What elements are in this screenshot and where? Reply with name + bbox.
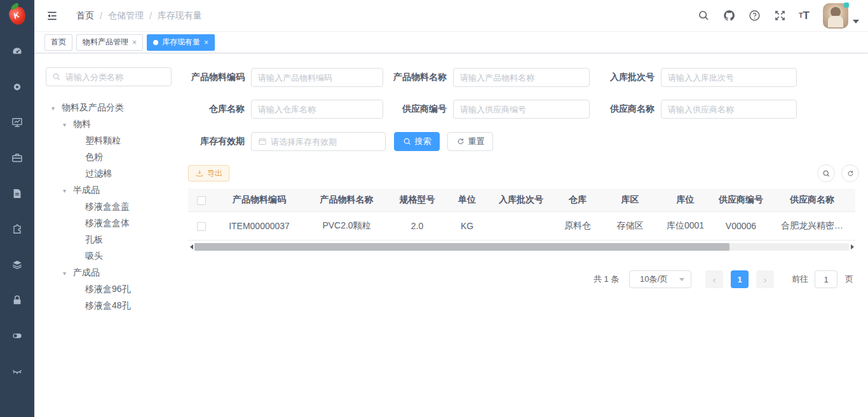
sidebar-item-briefcase[interactable] [0, 140, 34, 176]
sidebar-item-eye-closed[interactable] [0, 354, 34, 389]
close-icon[interactable]: × [204, 39, 208, 46]
sidebar-item-settings[interactable] [0, 69, 34, 105]
question-circle-icon [748, 9, 761, 22]
refresh-icon [846, 169, 855, 178]
warehouse-name-input[interactable] [258, 105, 376, 114]
tree-item-filter-cotton[interactable]: 过滤棉 [34, 166, 206, 182]
active-dot [153, 40, 158, 45]
briefcase-icon [11, 152, 24, 164]
tree-item-material[interactable]: ▾物料 [34, 116, 206, 133]
select-all-checkbox[interactable] [197, 196, 206, 205]
page-size-select[interactable]: 10条/页 [629, 270, 691, 288]
font-size-button[interactable]: TT [797, 9, 811, 22]
navbar-actions: TT [696, 3, 859, 29]
app-logo[interactable]: K [0, 0, 34, 32]
next-page-button[interactable]: › [756, 270, 774, 288]
sidebar-item-dashboard[interactable] [0, 34, 34, 69]
fullscreen-button[interactable] [772, 8, 788, 23]
caret-down-icon[interactable]: ▾ [63, 270, 73, 277]
tree-item-semi-finished[interactable]: ▾半成品 [34, 182, 206, 199]
tree-item-pigment[interactable]: 色粉 [34, 149, 206, 166]
export-button[interactable]: 导出 [188, 165, 229, 182]
product-code-input[interactable] [258, 73, 376, 83]
online-status-dot [844, 3, 849, 8]
sidebar-item-puzzle[interactable] [0, 211, 34, 247]
scroll-right-arrow[interactable] [849, 242, 855, 251]
monitor-chart-icon [11, 116, 24, 129]
product-name-input[interactable] [460, 73, 583, 83]
breadcrumb-current-page: 库存现有量 [158, 10, 202, 22]
reset-button[interactable]: 重置 [447, 132, 493, 151]
expiry-date-input[interactable] [271, 137, 379, 147]
category-search-box [46, 67, 172, 86]
filter-vendor-code: 供应商编号 [383, 100, 590, 119]
tab-home[interactable]: 首页 [44, 34, 72, 51]
col-area: 库区 [602, 189, 658, 211]
cell-product-name: PVC2.0颗粒 [304, 211, 390, 240]
show-search-toggle-button[interactable] [817, 164, 835, 182]
avatar[interactable] [823, 3, 848, 29]
logo-letter: K [12, 10, 20, 20]
scrollbar-thumb[interactable] [194, 243, 729, 251]
breadcrumb-home[interactable]: 首页 [76, 10, 94, 22]
sidebar: K [0, 0, 34, 417]
tab-inventory-on-hand[interactable]: 库存现有量 × [147, 34, 215, 51]
tree-item-tip[interactable]: 吸头 [34, 248, 206, 265]
scrollbar-track[interactable] [194, 243, 849, 251]
tree-item-box-lid[interactable]: 移液盒盒盖 [34, 199, 206, 215]
vendor-name-input[interactable] [668, 105, 790, 114]
tree-item-pipette-box-96[interactable]: 移液盒96孔 [34, 281, 206, 298]
help-button[interactable] [747, 8, 763, 23]
fullscreen-icon [773, 9, 787, 22]
caret-down-icon[interactable]: ▾ [63, 121, 73, 128]
sidebar-item-monitor[interactable] [0, 105, 34, 140]
goto-label: 前往 [792, 270, 808, 288]
page-number-1[interactable]: 1 [731, 270, 749, 288]
col-location: 库位 [658, 189, 713, 211]
chevron-down-icon [679, 278, 684, 281]
goto-page-input[interactable] [815, 270, 837, 288]
scroll-left-arrow[interactable] [188, 242, 194, 251]
cell-vendor-code: V00006 [713, 211, 769, 240]
refresh-icon [456, 137, 465, 146]
col-vendor-name: 供应商名称 [769, 189, 855, 211]
category-tree: ▾物料及产品分类 ▾物料 塑料颗粒 色粉 过滤棉 ▾半成品 移液盒盒盖 移液盒盒… [34, 100, 206, 314]
batch-no-input[interactable] [668, 73, 790, 83]
sidebar-item-lock[interactable] [0, 282, 34, 318]
menu-fold-button[interactable] [44, 8, 60, 23]
tree-item-well-plate[interactable]: 孔板 [34, 232, 206, 248]
caret-down-icon[interactable]: ▾ [51, 105, 62, 112]
tree-item-plastic-pellet[interactable]: 塑料颗粒 [34, 133, 206, 149]
sidebar-item-toggle[interactable] [0, 318, 34, 354]
close-icon[interactable]: × [132, 39, 137, 46]
tab-material-product-mgmt[interactable]: 物料产品管理 × [76, 34, 143, 51]
cell-batch [489, 211, 553, 240]
tree-item-root[interactable]: ▾物料及产品分类 [34, 100, 206, 116]
horizontal-scrollbar [188, 242, 855, 251]
cell-location: 库位0001 [658, 211, 713, 240]
font-size-icon: T [799, 12, 803, 19]
caret-down-icon[interactable]: ▾ [63, 187, 73, 194]
header-search-button[interactable] [696, 8, 712, 23]
sidebar-item-document[interactable] [0, 176, 34, 211]
vendor-code-input[interactable] [460, 105, 583, 114]
sidebar-menu [0, 32, 34, 389]
chevron-left-icon: ‹ [713, 274, 716, 285]
tree-item-pipette-box-48[interactable]: 移液盒48孔 [34, 298, 206, 314]
sidebar-item-layers[interactable] [0, 247, 34, 282]
prev-page-button[interactable]: ‹ [705, 270, 723, 288]
filter-product-name: 产品物料名称 [383, 68, 590, 87]
search-button[interactable]: 搜索 [394, 132, 440, 151]
tree-item-box-body[interactable]: 移液盒盒体 [34, 215, 206, 232]
row-checkbox[interactable] [197, 222, 206, 231]
category-search-input[interactable] [65, 72, 165, 82]
lock-icon [11, 294, 24, 307]
github-button[interactable] [721, 8, 737, 23]
refresh-table-button[interactable] [841, 164, 859, 182]
col-spec: 规格型号 [390, 189, 445, 211]
tree-item-finished[interactable]: ▾产成品 [34, 265, 206, 281]
user-menu[interactable] [823, 3, 859, 29]
col-batch: 入库批次号 [489, 189, 553, 211]
inventory-table: 产品物料编码 产品物料名称 规格型号 单位 入库批次号 仓库 库区 库位 供应商… [188, 189, 855, 241]
dashboard-icon [11, 45, 24, 58]
